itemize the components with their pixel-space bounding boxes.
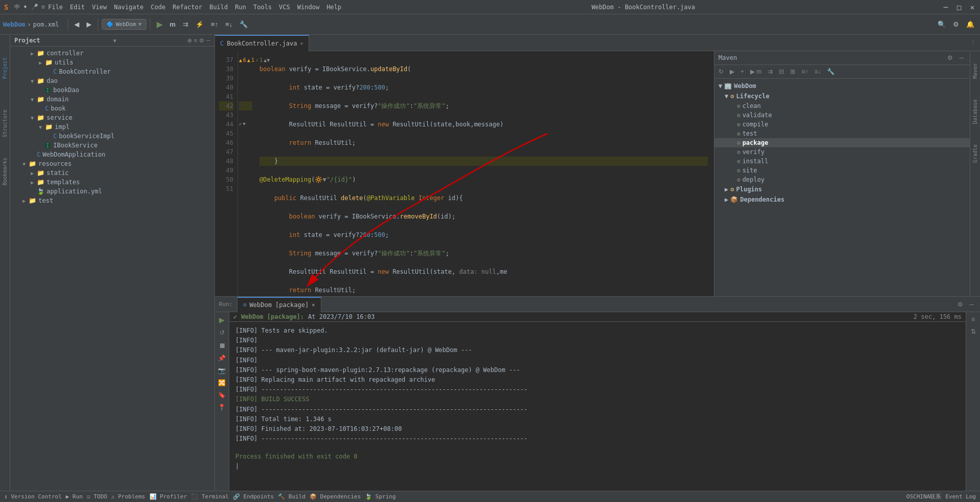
run-button[interactable]: ▶ [154,18,165,31]
tree-item-bookserviceimpl[interactable]: C bookServiceImpl [10,132,214,141]
bottom-tab-webdom-package[interactable]: m WebDom [package] ✕ [237,297,322,312]
tree-item-templates[interactable]: ▶ 📁 templates [10,178,214,187]
sidebar-structure-label[interactable]: Structure [2,99,8,147]
menu-view[interactable]: View [89,3,110,12]
status-problems[interactable]: ⚠ Problems [111,493,145,500]
maven-parallel-button[interactable]: ⇉ [180,19,191,30]
tree-item-bookdao[interactable]: I bookDao [10,85,214,95]
run-filter-btn[interactable]: 🔀 [216,378,227,388]
run-configuration-selector[interactable]: 🔷 WebDom ▼ [102,19,146,30]
menu-code[interactable]: Code [147,3,168,12]
menu-tools[interactable]: Tools [250,3,275,12]
menu-edit[interactable]: Edit [67,3,88,12]
maven-lifecycle-header[interactable]: ▼ ⚙ Lifecycle [714,91,970,101]
panel-minimize-button[interactable]: ─ [206,37,210,44]
minimize-button[interactable]: ─ [942,4,949,11]
bottom-settings-btn[interactable]: ⚙ [955,300,965,309]
maven-clean[interactable]: ⚙ clean [714,101,970,111]
maven-close-btn[interactable]: ─ [957,53,966,62]
right-sidebar-gradle[interactable]: Gradle [972,134,978,173]
maven-validate[interactable]: ⚙ validate [714,111,970,120]
tree-item-dao[interactable]: ▼ 📁 dao [10,76,214,85]
tree-item-ibookservice[interactable]: I IBookService [10,141,214,150]
status-run[interactable]: ▶ Run [66,493,83,500]
maven-settings-btn[interactable]: ⚙ [945,53,955,62]
status-terminal[interactable]: ⬛ Terminal [191,493,229,500]
tree-item-service[interactable]: ▼ 📁 service [10,113,214,122]
status-version-control[interactable]: ↕ Version Control [4,493,62,500]
tree-item-bookcontroller[interactable]: C BookController [10,67,214,76]
maven-add-btn[interactable]: + [738,67,746,76]
menu-vcs[interactable]: VCS [276,3,293,12]
status-build[interactable]: 🔨 Build [278,493,306,500]
settings-button[interactable]: ⚙ [950,19,962,30]
maven-compile[interactable]: ⚙ compile [714,120,970,129]
run-play-btn[interactable]: ▶ [217,314,226,325]
breadcrumb-project[interactable]: WebDom [3,21,25,28]
menu-refactor[interactable]: Refactor [169,3,205,12]
toolbar-btn-6[interactable]: ≡↓ [223,19,235,30]
status-endpoints[interactable]: 🔗 Endpoints [233,493,274,500]
maven-run-btn[interactable]: ▶ [728,67,736,76]
run-stop-btn[interactable]: ⏹ [217,340,227,351]
tree-item-controller[interactable]: ▶ 📁 controller [10,49,214,58]
maven-btn-8[interactable]: ≡↓ [812,67,823,76]
tab-close-bookcontroller[interactable]: ✕ [300,40,303,46]
maven-deploy[interactable]: ⚙ deploy [714,175,970,184]
toolbar-btn-4[interactable]: ⚡ [193,19,206,30]
menu-run[interactable]: Run [232,3,249,12]
tree-item-test[interactable]: ▶ 📁 test [10,196,214,205]
maven-package[interactable]: ⚙ package [714,138,970,147]
bottom-tab-close[interactable]: ✕ [312,302,315,308]
menu-window[interactable]: Window [294,3,322,12]
right-sidebar-maven[interactable]: Maven [972,53,978,89]
maven-site[interactable]: ⚙ site [714,166,970,175]
bottom-minimize-btn[interactable]: ─ [967,300,976,309]
menu-navigate[interactable]: Navigate [111,3,147,12]
run-rerun-btn[interactable]: ↺ [218,328,226,338]
status-dependencies[interactable]: 📦 Dependencies [310,493,361,500]
tree-item-resources[interactable]: ▼ 📁 resources [10,159,214,168]
tree-item-utils[interactable]: ▶ 📁 utils [10,58,214,67]
toolbar-settings[interactable]: 🔧 [237,19,250,30]
maximize-button[interactable]: □ [955,4,963,11]
maven-deps-header[interactable]: ▶ 📦 Dependencies [714,194,970,205]
code-content[interactable]: boolean verify = IBookService.updateById… [253,51,714,296]
run-fold-btn[interactable]: 🔖 [216,390,227,400]
status-todo[interactable]: ☑ TODO [87,493,107,500]
maven-install[interactable]: ⚙ install [714,157,970,166]
tree-item-book[interactable]: C book [10,104,214,113]
maven-expand-all-btn[interactable]: ⊞ [788,67,797,76]
run-scroll-btn[interactable]: 📌 [216,353,227,363]
maven-verify[interactable]: ⚙ verify [714,147,970,157]
tree-item-static[interactable]: ▶ 📁 static [10,168,214,178]
run-settings2-btn[interactable]: 📷 [216,365,227,376]
right-sidebar-database[interactable]: Database [972,89,978,134]
toolbar-btn-5[interactable]: ≡↑ [208,19,221,30]
run-sidebar-btn-1[interactable]: ≡ [970,314,976,324]
panel-settings-button[interactable]: ⚙ [199,37,204,44]
maven-refresh-btn[interactable]: ↻ [716,67,726,76]
run-sidebar-btn-2[interactable]: ⇅ [969,326,977,337]
maven-parallel-btn[interactable]: ⇉ [766,67,775,76]
menu-help[interactable]: Help [323,3,344,12]
maven-webdom-root[interactable]: ▼ 🏢 WebDom [714,81,970,91]
maven-run-btn2[interactable]: ▶ m [748,67,764,76]
maven-settings-btn2[interactable]: 🔧 [825,67,837,76]
menu-file[interactable]: File [45,3,66,12]
back-button[interactable]: ◀ [72,19,82,30]
run-pin-btn[interactable]: 📍 [216,402,227,412]
menu-build[interactable]: Build [206,3,231,12]
maven-btn-7[interactable]: ≡↑ [799,67,810,76]
tree-item-impl[interactable]: ▼ 📁 impl [10,122,214,132]
sidebar-project-label[interactable]: Project [2,37,8,99]
panel-collapse-button[interactable]: ≡ [194,37,197,44]
tab-bookcontroller[interactable]: C BookController.java ✕ [215,35,309,51]
bottom-tab-run-label[interactable]: Run: [215,297,237,312]
search-button[interactable]: 🔍 [935,19,948,30]
forward-button[interactable]: ▶ [84,19,94,30]
panel-add-button[interactable]: ⊕ [187,37,192,44]
tree-item-applicationyml[interactable]: 🍃 application.yml [10,187,214,196]
tree-item-domain[interactable]: ▼ 📁 domain [10,95,214,104]
maven-test[interactable]: ⚙ test [714,129,970,138]
